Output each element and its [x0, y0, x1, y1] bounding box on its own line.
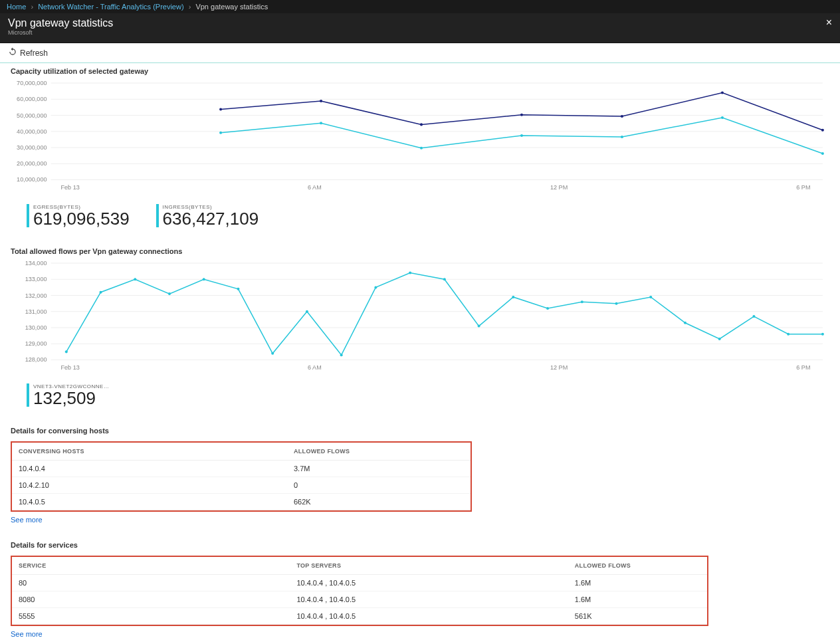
svg-text:6 PM: 6 PM	[796, 364, 810, 370]
svg-point-54	[203, 278, 205, 280]
svg-point-64	[546, 307, 549, 310]
svg-point-60	[409, 271, 411, 274]
cell-flows: 561K	[568, 608, 707, 625]
metric-value: 619,096,539	[33, 210, 130, 227]
svg-text:30,000,000: 30,000,000	[17, 144, 47, 151]
cell-service: 5555	[12, 608, 290, 625]
cell-flows: 1.6M	[568, 575, 707, 591]
svg-point-30	[721, 116, 724, 119]
metric-value: 636,427,109	[163, 210, 259, 227]
svg-point-69	[718, 338, 721, 340]
hosts-title: Details for conversing hosts	[11, 423, 829, 439]
svg-text:128,000: 128,000	[25, 356, 47, 363]
breadcrumb-current: Vpn gateway statistics	[195, 3, 268, 11]
svg-point-19	[320, 100, 322, 102]
capacity-section: Capacity utilization of selected gateway…	[0, 63, 840, 201]
svg-point-56	[271, 352, 274, 354]
metric-ingress: INGRESS(BYTES) 636,427,109	[156, 204, 259, 227]
svg-point-23	[721, 92, 724, 94]
breadcrumb-separator: ›	[189, 3, 191, 11]
svg-point-24	[821, 129, 824, 132]
cell-host: 10.4.0.4	[12, 461, 287, 477]
svg-text:10,000,000: 10,000,000	[17, 177, 47, 183]
svg-text:40,000,000: 40,000,000	[17, 128, 47, 135]
hosts-see-more[interactable]: See more	[0, 513, 840, 537]
metric-value: 132,509	[33, 389, 109, 407]
svg-point-18	[219, 108, 222, 111]
capacity-chart[interactable]: 10,000,00020,000,00030,000,00040,000,000…	[11, 79, 829, 193]
svg-point-50	[65, 350, 68, 353]
breadcrumb-home[interactable]: Home	[7, 3, 26, 11]
col-allowed-flows[interactable]: ALLOWED FLOWS	[287, 443, 471, 461]
col-conversing-hosts[interactable]: CONVERSING HOSTS	[12, 443, 287, 461]
svg-point-66	[615, 302, 617, 304]
cell-servers: 10.4.0.4 , 10.4.0.5	[290, 575, 568, 591]
svg-text:6 PM: 6 PM	[796, 184, 810, 191]
cell-service: 80	[12, 575, 290, 591]
svg-point-59	[374, 286, 377, 288]
svg-text:133,000: 133,000	[25, 276, 47, 282]
cell-host: 10.4.0.5	[12, 494, 287, 510]
svg-text:12 PM: 12 PM	[550, 184, 568, 191]
svg-text:Feb 13: Feb 13	[60, 184, 79, 191]
cell-service: 8080	[12, 591, 290, 608]
svg-point-67	[649, 296, 652, 298]
svg-point-28	[520, 134, 523, 137]
table-row[interactable]: 10.4.0.43.7M	[12, 461, 471, 477]
hosts-table-block: CONVERSING HOSTS ALLOWED FLOWS 10.4.0.43…	[11, 441, 472, 512]
services-title: Details for services	[11, 537, 829, 553]
breadcrumb-network-watcher[interactable]: Network Watcher - Traffic Analytics (Pre…	[38, 3, 183, 11]
svg-point-27	[420, 147, 423, 150]
flows-chart[interactable]: 128,000129,000130,000131,000132,000133,0…	[11, 259, 829, 374]
svg-text:50,000,000: 50,000,000	[17, 112, 47, 119]
cell-flows: 3.7M	[287, 461, 471, 477]
services-section: Details for services	[0, 537, 840, 554]
metric-vnet-conn: VNET3-VNET2GWCONNE… 132,509	[27, 383, 109, 407]
hosts-section: Details for conversing hosts	[0, 423, 840, 440]
svg-text:70,000,000: 70,000,000	[17, 80, 47, 86]
services-see-more[interactable]: See more	[0, 627, 840, 642]
svg-text:132,000: 132,000	[25, 292, 47, 298]
svg-point-51	[100, 290, 102, 293]
svg-text:131,000: 131,000	[25, 308, 47, 314]
col-service[interactable]: SERVICE	[12, 557, 290, 575]
toolbar: Refresh	[0, 43, 840, 63]
svg-point-29	[621, 136, 623, 138]
svg-text:12 PM: 12 PM	[550, 364, 568, 370]
svg-point-72	[821, 332, 824, 335]
cell-flows: 1.6M	[568, 591, 707, 608]
svg-point-55	[237, 287, 239, 290]
table-row[interactable]: 555510.4.0.4 , 10.4.0.5561K	[12, 608, 707, 625]
svg-point-70	[752, 315, 755, 318]
svg-point-21	[520, 114, 523, 116]
cell-flows: 662K	[287, 494, 471, 510]
flows-metrics: VNET3-VNET2GWCONNE… 132,509	[0, 381, 840, 423]
cell-host: 10.4.2.10	[12, 477, 287, 494]
services-table-block: SERVICE TOP SERVERS ALLOWED FLOWS 8010.4…	[11, 556, 708, 626]
refresh-label: Refresh	[20, 49, 48, 58]
refresh-icon	[8, 47, 17, 58]
services-table: SERVICE TOP SERVERS ALLOWED FLOWS 8010.4…	[12, 557, 707, 625]
title-bar: Vpn gateway statistics Microsoft ×	[0, 13, 840, 43]
table-row[interactable]: 808010.4.0.4 , 10.4.0.51.6M	[12, 591, 707, 608]
table-row[interactable]: 10.4.2.100	[12, 477, 471, 494]
svg-point-71	[787, 332, 789, 335]
svg-point-68	[684, 321, 686, 324]
table-row[interactable]: 10.4.0.5662K	[12, 494, 471, 510]
table-row[interactable]: 8010.4.0.4 , 10.4.0.51.6M	[12, 575, 707, 591]
flows-section: Total allowed flows per Vpn gateway conn…	[0, 243, 840, 381]
svg-text:6 AM: 6 AM	[308, 364, 322, 370]
svg-text:6 AM: 6 AM	[308, 184, 322, 191]
flows-title: Total allowed flows per Vpn gateway conn…	[11, 243, 829, 259]
svg-point-57	[306, 310, 308, 312]
col-allowed-flows[interactable]: ALLOWED FLOWS	[568, 557, 707, 575]
close-icon[interactable]: ×	[826, 17, 832, 28]
cell-servers: 10.4.0.4 , 10.4.0.5	[290, 608, 568, 625]
refresh-button[interactable]: Refresh	[8, 47, 48, 58]
capacity-title: Capacity utilization of selected gateway	[11, 63, 829, 79]
page-subtitle: Microsoft	[8, 29, 113, 36]
breadcrumb: Home › Network Watcher - Traffic Analyti…	[0, 0, 840, 13]
metric-egress: EGRESS(BYTES) 619,096,539	[27, 204, 130, 227]
svg-point-63	[512, 296, 514, 298]
col-top-servers[interactable]: TOP SERVERS	[290, 557, 568, 575]
